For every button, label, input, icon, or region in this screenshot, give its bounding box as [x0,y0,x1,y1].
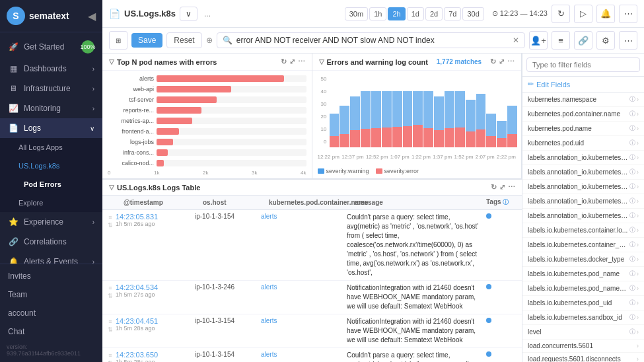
sidebar-item-all-logs-apps[interactable]: All Logs Apps [0,138,102,157]
sort-row-icon[interactable]: ⇅ [108,326,113,333]
play-button[interactable]: ▷ [574,5,592,23]
sidebar-footer-invites[interactable]: Invites [0,267,102,285]
field-item[interactable]: labels.annotation_io.kubernetes_c... ⓘ › [522,180,644,194]
more-chart-icon[interactable]: ⋯ [298,57,305,66]
field-item[interactable]: kubernetes.namespace ⓘ › [522,92,644,107]
fields-search-input[interactable] [526,57,640,72]
field-item[interactable]: load.requests.5601.disconnects › [522,353,644,362]
field-name: load.concurrents.5601 [528,342,635,349]
search-clear-button[interactable]: ✕ [513,36,519,45]
field-item[interactable]: labels.annotation_io.kubernetes_c... ⓘ › [522,151,644,165]
field-item[interactable]: labels.io.kubernetes.docker_type ⓘ › [522,252,644,267]
timestamp-ago: 1h 5m 28s ago [116,359,192,362]
field-item[interactable]: labels.io.kubernetes.pod_name ⓘ › [522,267,644,281]
column-selector-button[interactable]: ≡ [552,31,570,50]
ts-bar-group [434,91,444,147]
field-item[interactable]: labels.io.kubernetes.container.lo... ⓘ › [522,223,644,238]
expand-row-icon[interactable]: ≡ [108,318,112,325]
bar-fill [157,160,164,166]
row-controls[interactable]: ≡ ⇅ [108,213,113,229]
field-item[interactable]: labels.io.kubernetes.pod_namesp... ⓘ › [522,281,644,296]
sidebar-item-get-started[interactable]: 🚀 Get Started 100% [0,35,102,59]
save-button[interactable]: Save [131,33,162,48]
sidebar-collapse-icon[interactable]: ◀ [88,10,96,22]
time-30d-button[interactable]: 30d [462,7,483,20]
sidebar-footer-team[interactable]: Team [0,285,102,304]
expand-ts-icon[interactable]: ⤢ [499,57,505,66]
refresh-log-icon[interactable]: ↻ [491,183,497,192]
table-row[interactable]: ≡ ⇅ 14:23:04.451 1h 5m 28s ago ip-10-1-3… [102,314,522,348]
refresh-ts-icon[interactable]: ↻ [490,57,496,66]
sidebar-item-us-logs-k8s[interactable]: US.Logs.k8s [0,157,102,175]
sidebar-item-alerts-events[interactable]: 🔔 Alerts & Events › [0,252,102,264]
sidebar-footer-chat[interactable]: Chat [0,322,102,341]
more-log-icon[interactable]: ⋯ [508,183,515,192]
refresh-button[interactable]: ↻ [552,5,570,23]
table-row[interactable]: ≡ ⇅ 14:23:05.831 1h 5m 26s ago ip-10-1-3… [102,210,522,281]
more-ts-icon[interactable]: ⋯ [507,57,515,66]
sidebar-logo: S sematext [7,7,69,25]
expand-row-icon[interactable]: ≡ [108,285,112,291]
field-item[interactable]: level ⓘ › [522,325,644,340]
bar-container [157,139,306,145]
timestamp-ago: 1h 5m 27s ago [116,291,192,298]
time-7d-button[interactable]: 7d [444,7,461,20]
ts-chart-body: 50 40 30 20 10 0 [312,71,522,178]
field-item[interactable]: labels.annotation_io.kubernetes_c... ⓘ › [522,165,644,180]
expand-row-icon[interactable]: ≡ [108,352,112,359]
add-filter-button[interactable]: 👤+ [529,31,548,50]
sidebar-item-dashboards[interactable]: ▦ Dashboards › [0,59,102,79]
refresh-chart-icon[interactable]: ↻ [281,57,287,66]
topbar-more-button[interactable]: ... [201,9,213,18]
row-controls[interactable]: ≡ ⇅ [108,317,113,333]
sidebar-item-experience[interactable]: ⭐ Experience › [0,212,102,232]
expand-chart-icon[interactable]: ⤢ [289,57,295,66]
field-item[interactable]: kubernetes.pod.container.name ⓘ › [522,107,644,122]
field-item[interactable]: kubernetes.pod.uid ⓘ › [522,136,644,151]
field-arrow-icon: › [637,198,639,205]
sort-row-icon[interactable]: ⇅ [108,293,113,299]
field-item[interactable]: labels.io.kubernetes.pod_uid ⓘ › [522,296,644,310]
app-selector[interactable]: ∨ [180,7,197,21]
field-item[interactable]: labels.io.kubernetes.sandbox_id ⓘ › [522,310,644,325]
sidebar-item-pod-errors[interactable]: Pod Errors [0,175,102,194]
x-axis-label: 4k [301,170,306,176]
sidebar-item-explore[interactable]: Explore [0,194,102,212]
edit-fields-button[interactable]: ✏ Edit Fields [522,77,644,92]
sidebar-footer-account[interactable]: account [0,304,102,322]
sidebar-item-logs[interactable]: 📄 Logs ∨ [0,118,102,138]
sidebar-item-monitoring[interactable]: 📈 Monitoring › [0,98,102,118]
filter-icon[interactable]: ⊕ [206,36,213,45]
time-2d-button[interactable]: 2d [425,7,443,20]
field-item[interactable]: kubernetes.pod.name ⓘ › [522,122,644,136]
time-30m-button[interactable]: 30m [345,7,368,20]
timestamp-main: 14:23:04.534 [116,283,192,291]
table-row[interactable]: ≡ ⇅ 14:23:04.534 1h 5m 27s ago ip-10-1-3… [102,281,522,314]
notifications-button[interactable]: 🔔 [596,5,615,23]
field-item[interactable]: labels.annotation_io.kubernetes_p... ⓘ › [522,209,644,223]
field-arrow-icon: › [637,299,639,307]
field-item[interactable]: labels.io.kubernetes.container_na... ⓘ › [522,238,644,252]
sidebar-sub-label: Pod Errors [24,180,61,188]
settings-button[interactable]: ⚙ [596,31,615,50]
expand-row-icon[interactable]: ≡ [108,214,112,221]
time-2h-button[interactable]: 2h [388,7,405,20]
time-1d-button[interactable]: 1d [407,7,424,20]
field-item[interactable]: labels.annotation_io.kubernetes_c... ⓘ › [522,194,644,209]
sidebar-item-infrastructure[interactable]: 🖥 Infrastructure › [0,79,102,98]
row-controls[interactable]: ≡ ⇅ [108,283,113,299]
expand-log-icon[interactable]: ⤢ [499,183,505,192]
sidebar-item-correlations[interactable]: 🔗 Correlations [0,232,102,252]
legend-error: severity:error [376,168,419,174]
extra-options-button[interactable]: ⋯ [619,31,637,50]
reset-button[interactable]: Reset [166,32,201,48]
row-controls[interactable]: ≡ ⇅ [108,351,113,362]
field-item[interactable]: load.concurrents.5601 › [522,340,644,353]
time-1h-button[interactable]: 1h [369,7,386,20]
more-options-button[interactable]: ⋯ [619,5,637,23]
share-button[interactable]: 🔗 [574,31,592,50]
sort-row-icon[interactable]: ⇅ [108,222,113,229]
apps-grid-button[interactable]: ⊞ [109,31,127,50]
search-input[interactable] [236,36,509,45]
table-row[interactable]: ≡ ⇅ 14:23:03.650 1h 5m 28s ago ip-10-1-3… [102,348,522,362]
